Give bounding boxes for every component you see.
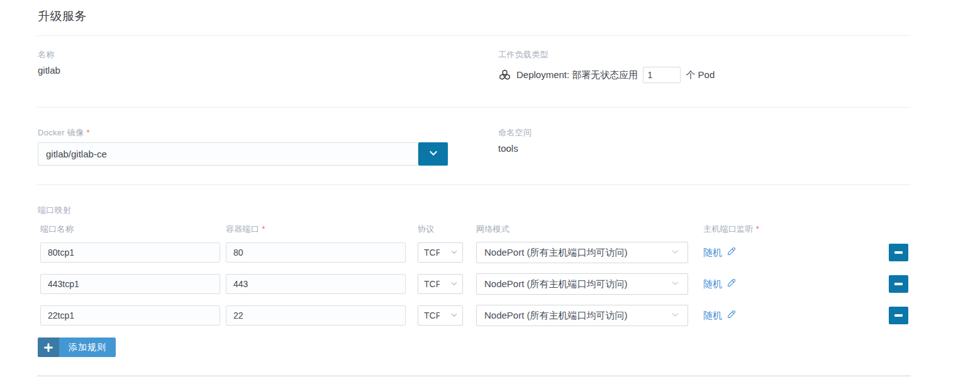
minus-icon <box>894 251 903 254</box>
column-header-container-port-text: 容器端口 <box>226 224 259 234</box>
network-mode-select-value: NodePort (所有主机端口均可访问) <box>484 310 628 322</box>
docker-image-label-text: Docker 镜像 <box>38 128 84 137</box>
divider <box>37 35 911 36</box>
column-header-host-port-text: 主机端口监听 <box>703 224 754 234</box>
edit-pencil-icon[interactable] <box>727 278 737 290</box>
chevron-down-icon <box>671 310 680 321</box>
column-header-container-port: 容器端口* <box>226 224 265 235</box>
container-port-input[interactable] <box>226 274 406 294</box>
edit-pencil-icon[interactable] <box>727 309 737 322</box>
minus-icon <box>894 283 903 285</box>
required-mark: * <box>87 128 90 137</box>
plus-icon <box>38 338 59 357</box>
divider <box>37 107 911 108</box>
host-port-random-link[interactable]: 随机 <box>703 247 722 259</box>
docker-image-input[interactable] <box>38 142 418 166</box>
workload-type-label: 工作负载类型 <box>498 49 548 60</box>
chevron-down-icon <box>450 247 459 258</box>
workload-type-row: Deployment: 部署无状态应用 个 Pod <box>498 65 715 84</box>
port-name-input[interactable] <box>40 305 220 326</box>
network-mode-select[interactable]: NodePort (所有主机端口均可访问) <box>476 305 688 326</box>
pod-unit-text: 个 Pod <box>686 69 715 81</box>
docker-image-dropdown-button[interactable] <box>418 142 448 166</box>
pod-scale-input[interactable] <box>643 67 681 83</box>
chevron-down-icon <box>428 148 438 160</box>
chevron-down-icon <box>450 310 459 321</box>
required-mark: * <box>756 224 759 234</box>
docker-image-field <box>38 142 448 166</box>
chevron-down-icon <box>450 279 459 290</box>
remove-row-button[interactable] <box>889 275 908 293</box>
protocol-select-value: TCP <box>424 310 440 321</box>
minus-icon <box>894 314 903 317</box>
add-rule-button[interactable]: 添加规则 <box>38 338 116 357</box>
namespace-label: 命名空间 <box>498 127 532 139</box>
host-port-cell: 随机 <box>703 305 737 326</box>
protocol-select[interactable]: TCP <box>418 274 463 294</box>
port-name-input[interactable] <box>40 242 220 263</box>
name-value: gitlab <box>38 65 60 76</box>
protocol-select-value: TCP <box>424 247 440 258</box>
network-mode-select-value: NodePort (所有主机端口均可访问) <box>484 247 628 259</box>
namespace-value: tools <box>498 143 518 154</box>
edit-pencil-icon[interactable] <box>727 246 737 259</box>
column-header-network-mode: 网络模式 <box>476 224 509 235</box>
protocol-select-value: TCP <box>424 279 440 289</box>
host-port-cell: 随机 <box>703 242 737 263</box>
port-name-input[interactable] <box>40 274 220 294</box>
workload-type-text: Deployment: 部署无状态应用 <box>516 69 638 81</box>
chevron-down-icon <box>671 247 680 258</box>
page-title: 升级服务 <box>38 8 87 25</box>
container-port-input[interactable] <box>226 305 406 326</box>
network-mode-select-value: NodePort (所有主机端口均可访问) <box>484 278 628 290</box>
chevron-down-icon <box>671 278 680 290</box>
docker-image-label: Docker 镜像* <box>38 127 90 139</box>
network-mode-select[interactable]: NodePort (所有主机端口均可访问) <box>476 273 688 295</box>
deployment-icon <box>498 69 511 82</box>
column-header-protocol: 协议 <box>418 224 435 235</box>
column-header-port-name: 端口名称 <box>40 224 74 235</box>
host-port-random-link[interactable]: 随机 <box>703 278 722 290</box>
network-mode-select[interactable]: NodePort (所有主机端口均可访问) <box>476 242 688 263</box>
remove-row-button[interactable] <box>889 244 908 261</box>
container-port-input[interactable] <box>226 242 406 263</box>
host-port-cell: 随机 <box>703 274 737 294</box>
required-mark: * <box>262 224 265 234</box>
divider <box>37 184 911 185</box>
name-label: 名称 <box>38 49 55 60</box>
protocol-select[interactable]: TCP <box>418 305 463 326</box>
remove-row-button[interactable] <box>889 307 908 324</box>
host-port-random-link[interactable]: 随机 <box>703 310 722 322</box>
upgrade-service-page: 升级服务 名称 gitlab 工作负载类型 Deployment: 部署无状态应… <box>0 0 980 386</box>
column-header-host-port: 主机端口监听* <box>703 224 759 235</box>
protocol-select[interactable]: TCP <box>418 242 463 263</box>
port-mapping-section-label: 端口映射 <box>38 205 71 216</box>
add-rule-button-label: 添加规则 <box>59 338 116 357</box>
divider <box>37 375 911 377</box>
